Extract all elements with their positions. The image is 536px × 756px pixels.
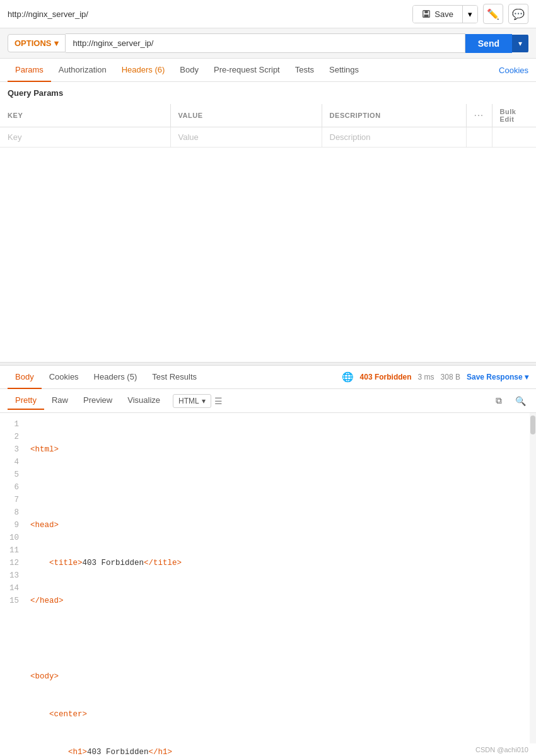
send-button[interactable]: Send <box>465 34 512 53</box>
request-bar: OPTIONS ▾ Send ▾ <box>0 28 536 59</box>
code-container: 1 2 3 4 5 6 7 8 9 10 11 12 13 14 15 <htm… <box>0 413 536 756</box>
params-row-empty: Key Value Description <box>0 127 536 148</box>
col-header-dots: ··· <box>467 104 492 127</box>
params-table: KEY VALUE DESCRIPTION ··· Bulk Edit Key … <box>0 104 536 148</box>
response-time: 3 ms <box>418 373 434 381</box>
url-input[interactable] <box>66 33 465 53</box>
save-button-group: Save ▾ <box>412 5 478 23</box>
resp-tab-body[interactable]: Body <box>8 366 42 389</box>
tab-authorization[interactable]: Authorization <box>51 59 114 82</box>
line-numbers: 1 2 3 4 5 6 7 8 9 10 11 12 13 14 15 <box>0 413 23 756</box>
param-desc-input[interactable]: Description <box>322 127 467 148</box>
code-line-8: <center> <box>30 708 536 721</box>
query-params-label: Query Params <box>0 82 536 104</box>
address-bar: http://nginx_server_ip/ Save ▾ ✏️ 💬 <box>0 0 536 28</box>
tab-body[interactable]: Body <box>172 59 206 82</box>
col-header-bulk-edit[interactable]: Bulk Edit <box>492 104 536 127</box>
send-button-group: Send ▾ <box>465 34 528 53</box>
footer-text: CSDN @achi010 <box>475 746 528 753</box>
tab-headers[interactable]: Headers (6) <box>114 59 173 82</box>
svg-rect-2 <box>424 15 429 17</box>
response-tabs: Body Cookies Headers (5) Test Results 🌐 … <box>0 366 536 389</box>
search-icon[interactable]: 🔍 <box>512 393 528 409</box>
comment-icon-button[interactable]: 💬 <box>508 4 528 24</box>
response-status: 403 Forbidden <box>360 373 412 381</box>
save-response-button[interactable]: Save Response ▾ <box>467 373 528 381</box>
code-tab-pretty[interactable]: Pretty <box>8 392 44 410</box>
code-actions: ⧉ 🔍 <box>491 393 528 409</box>
copy-icon[interactable]: ⧉ <box>491 393 507 409</box>
tab-tests[interactable]: Tests <box>288 59 322 82</box>
code-view-bar: Pretty Raw Preview Visualize HTML ▾ ☰ ⧉ … <box>0 389 536 413</box>
save-chevron-button[interactable]: ▾ <box>462 6 477 23</box>
code-line-6 <box>30 632 536 645</box>
svg-rect-1 <box>425 11 428 13</box>
code-line-1: <html> <box>30 443 536 456</box>
code-lines: <html> <head> <title>403 Forbidden</titl… <box>23 413 536 756</box>
code-line-5: </head> <box>30 595 536 607</box>
col-header-description: DESCRIPTION <box>322 104 467 127</box>
code-tab-raw[interactable]: Raw <box>44 392 76 410</box>
resp-tab-test-results[interactable]: Test Results <box>144 366 204 389</box>
address-url: http://nginx_server_ip/ <box>8 9 407 19</box>
tab-params[interactable]: Params <box>8 59 51 82</box>
resp-tab-cookies[interactable]: Cookies <box>42 366 86 389</box>
col-header-key: KEY <box>0 104 170 127</box>
code-line-2 <box>30 481 536 494</box>
code-line-7: <body> <box>30 670 536 683</box>
param-bulk-cell <box>492 127 536 148</box>
param-key-input[interactable]: Key <box>0 127 170 148</box>
code-line-4: <title>403 Forbidden</title> <box>30 557 536 569</box>
cookies-link[interactable]: Cookies <box>499 66 528 75</box>
response-size: 308 B <box>441 373 460 381</box>
response-meta: 🌐 403 Forbidden 3 ms 308 B Save Response… <box>342 371 528 383</box>
tab-settings[interactable]: Settings <box>322 59 366 82</box>
param-value-input[interactable]: Value <box>170 127 322 148</box>
code-tab-preview[interactable]: Preview <box>76 392 120 410</box>
col-header-value: VALUE <box>170 104 322 127</box>
code-tab-visualize[interactable]: Visualize <box>120 392 168 410</box>
code-line-9: <h1>403 Forbidden</h1> <box>30 746 536 756</box>
wrap-icon[interactable]: ☰ <box>211 393 226 409</box>
method-select[interactable]: OPTIONS ▾ <box>8 34 66 52</box>
globe-icon: 🌐 <box>342 371 354 383</box>
send-chevron-button[interactable]: ▾ <box>512 35 528 52</box>
scrollbar-thumb[interactable] <box>530 416 535 434</box>
format-select[interactable]: HTML ▾ <box>173 394 211 408</box>
request-body-area <box>0 148 536 362</box>
save-icon <box>422 9 431 18</box>
tab-pre-request-script[interactable]: Pre-request Script <box>206 59 288 82</box>
scrollbar[interactable] <box>530 413 536 756</box>
edit-icon-button[interactable]: ✏️ <box>483 4 503 24</box>
footer: CSDN @achi010 <box>468 743 536 756</box>
param-actions <box>467 127 492 148</box>
resp-tab-headers[interactable]: Headers (5) <box>86 366 145 389</box>
request-tabs: Params Authorization Headers (6) Body Pr… <box>0 59 536 82</box>
save-button[interactable]: Save <box>413 6 462 23</box>
code-line-3: <head> <box>30 519 536 532</box>
